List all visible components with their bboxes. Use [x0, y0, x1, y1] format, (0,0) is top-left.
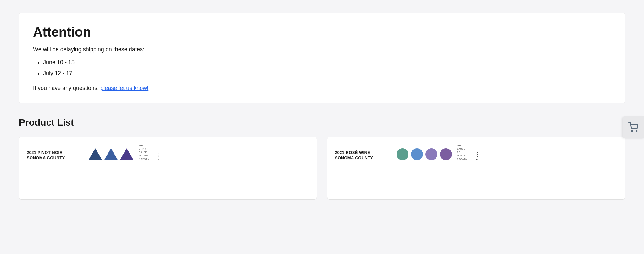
triangle-icon-2 [104, 148, 118, 160]
side-label: THE [139, 144, 149, 147]
svg-point-1 [636, 130, 637, 131]
side-label: IN DRIVE [457, 154, 468, 157]
list-item: July 12 - 17 [43, 69, 611, 78]
vol-label-pinot: Y VOL [157, 152, 160, 160]
product-info-pinot-noir: 2021 PINOT NOIR SONOMA COUNTY [27, 150, 83, 160]
side-label: CAUSE [457, 148, 468, 150]
attention-title: Attention [33, 24, 611, 40]
side-label: IN DRIVE [139, 154, 149, 157]
side-labels-pinot: THE DRINK CAUSE IN DRIVE N CAUSE [139, 144, 149, 160]
product-circles [397, 148, 452, 160]
product-name: 2021 PINOT NOIR [27, 150, 83, 155]
circle-icon-1 [397, 148, 408, 160]
product-info-rose-wine: 2021 ROSÈ WINE SONOMA COUNTY [335, 150, 391, 160]
side-label: DRINK [139, 148, 149, 150]
cart-icon [628, 122, 638, 132]
product-region: SONOMA COUNTY [27, 155, 83, 160]
product-card-pinot-noir[interactable]: 2021 PINOT NOIR SONOMA COUNTY THE DRINK … [19, 137, 317, 200]
product-region: SONOMA COUNTY [335, 155, 391, 160]
contact-link[interactable]: please let us know! [100, 85, 148, 91]
side-label: OF [457, 151, 468, 154]
circle-icon-2 [411, 148, 423, 160]
side-label: N CAUSE [457, 158, 468, 160]
product-name: 2021 ROSÈ WINE [335, 150, 391, 155]
side-label: CAUSE [139, 151, 149, 154]
attention-box: Attention We will be delaying shipping o… [19, 13, 625, 103]
side-label: THE [457, 144, 468, 147]
side-label: N CAUSE [139, 158, 149, 160]
product-triangles [88, 148, 134, 160]
attention-intro: We will be delaying shipping on these da… [33, 46, 611, 53]
circle-icon-3 [425, 148, 437, 160]
product-grid: 2021 PINOT NOIR SONOMA COUNTY THE DRINK … [19, 137, 625, 200]
attention-footer: If you have any questions, please let us… [33, 85, 611, 92]
product-card-rose-wine[interactable]: 2021 ROSÈ WINE SONOMA COUNTY THE CAUSE O… [327, 137, 625, 200]
footer-prefix-text: If you have any questions, [33, 85, 100, 91]
product-list-section: Product List 2021 PINOT NOIR SONOMA COUN… [19, 117, 625, 200]
side-labels-rose: THE CAUSE OF IN DRIVE N CAUSE [457, 144, 468, 160]
cart-button[interactable] [623, 116, 644, 138]
triangle-icon-1 [88, 148, 102, 160]
product-list-title: Product List [19, 117, 625, 128]
vol-label-rose: Y VOL [475, 152, 478, 160]
triangle-icon-3 [120, 148, 134, 160]
circle-icon-4 [440, 148, 452, 160]
list-item: June 10 - 15 [43, 58, 611, 67]
attention-dates-list: June 10 - 15 July 12 - 17 [33, 58, 611, 78]
svg-point-0 [632, 130, 633, 131]
